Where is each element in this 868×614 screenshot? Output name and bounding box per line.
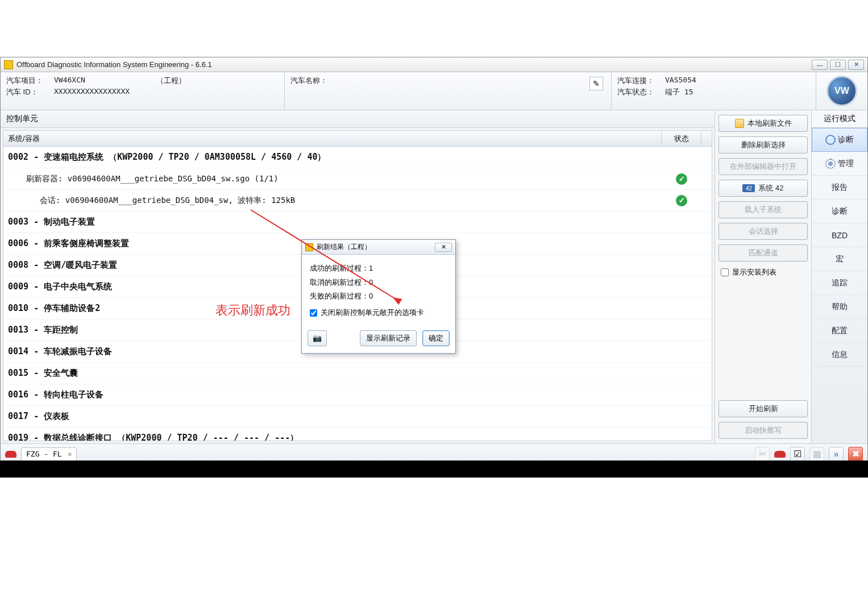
num42-icon: 42 <box>742 184 755 192</box>
titlebar: Offboard Diagnostic Information System E… <box>1 57 867 72</box>
mode-item-diagnosis[interactable]: 诊断 <box>812 128 867 152</box>
table-row[interactable]: 0019 - 数据总线诊断接口 （KWP2000 / TP20 / --- / … <box>3 428 712 441</box>
footer-car-icon <box>774 451 786 458</box>
col-system[interactable]: 系统/容器 <box>3 131 662 146</box>
tab-fzg[interactable]: FZG - FL✕ <box>21 447 77 461</box>
dialog-screenshot-button[interactable]: 📷 <box>308 330 327 346</box>
tab-close-icon[interactable]: ✕ <box>68 450 72 458</box>
mode-item-manage[interactable]: 管理 <box>812 152 867 176</box>
mode-item-help[interactable]: 帮助 <box>812 295 867 319</box>
row-text: 0019 - 数据总线诊断接口 （KWP2000 / TP20 / --- / … <box>3 433 662 441</box>
row-status <box>662 195 701 206</box>
match-channel-button[interactable]: 匹配通道 <box>719 244 808 262</box>
bottom-black-bar <box>0 460 868 478</box>
camera-icon: 📷 <box>313 334 322 342</box>
table-row[interactable]: 0017 - 仪表板 <box>3 406 712 428</box>
conn-label: 汽车连接： <box>617 76 665 86</box>
id-label: 汽车 ID： <box>6 87 54 97</box>
action-panel: 本地刷新文件 删除刷新选择 在外部编辑器中打开 42系统 42 载入子系统 会话… <box>715 110 812 443</box>
table-row[interactable]: 0015 - 安全气囊 <box>3 363 712 384</box>
row-text: 0015 - 安全气囊 <box>3 368 662 379</box>
stethoscope-icon <box>825 135 836 145</box>
project-label: 汽车项目： <box>6 76 54 86</box>
table-row[interactable]: 0002 - 变速箱电控系统 （KWP2000 / TP20 / 0AM3000… <box>3 147 712 168</box>
mode-item-trace[interactable]: 追踪 <box>812 271 867 295</box>
vw-logo-icon <box>827 76 857 106</box>
mode-item-bzd[interactable]: BZD <box>812 223 867 247</box>
id-value: XXXXXXXXXXXXXXXXX <box>54 87 130 97</box>
show-install-list-checkbox[interactable]: 显示安装列表 <box>719 266 808 279</box>
section-title: 控制单元 <box>1 110 715 128</box>
open-external-editor-button[interactable]: 在外部编辑器中打开 <box>719 158 808 175</box>
dialog-show-log-button[interactable]: 显示刷新记录 <box>360 330 417 346</box>
local-flash-file-button[interactable]: 本地刷新文件 <box>719 115 808 132</box>
minimize-button[interactable]: — <box>812 60 828 70</box>
info-header: 汽车项目：VW46XCN（工程） 汽车 ID：XXXXXXXXXXXXXXXXX… <box>1 72 867 110</box>
svg-line-0 <box>251 210 398 301</box>
edit-name-button[interactable]: ✎ <box>589 77 603 90</box>
maximize-button[interactable]: ☐ <box>830 60 846 70</box>
window-title: Offboard Diagnostic Information System E… <box>16 60 812 69</box>
close-button[interactable]: ✕ <box>848 60 864 70</box>
start-flash-button[interactable]: 开始刷新 <box>719 400 808 417</box>
state-label: 汽车状态： <box>617 87 665 97</box>
row-text: 0017 - 仪表板 <box>3 411 662 422</box>
row-text: 0016 - 转向柱电子设备 <box>3 389 662 400</box>
footer-expand-button[interactable]: » <box>829 447 844 462</box>
load-subsystem-button[interactable]: 载入子系统 <box>719 201 808 218</box>
mode-item-info[interactable]: 信息 <box>812 343 867 367</box>
mode-title: 运行模式 <box>812 110 867 128</box>
mode-sidebar: 运行模式 诊断 管理 报告 诊断 BZD 宏 追踪 帮助 配置 信息 <box>812 110 867 443</box>
annotation-arrow <box>217 198 410 312</box>
row-text: 0002 - 变速箱电控系统 （KWP2000 / TP20 / 0AM3000… <box>3 152 662 163</box>
footer-check-button[interactable]: ☑ <box>790 447 805 462</box>
gear-icon <box>825 159 836 169</box>
project-mode: （工程） <box>156 76 186 86</box>
col-status[interactable]: 状态 <box>662 131 701 146</box>
mode-item-config[interactable]: 配置 <box>812 319 867 343</box>
pencil-icon: ✎ <box>593 79 600 88</box>
project-value: VW46XCN <box>54 76 156 86</box>
footer-cancel-button[interactable]: ✖ <box>848 447 863 462</box>
folder-icon <box>735 119 744 128</box>
state-value: 端子 15 <box>665 87 693 97</box>
footer-grid-button[interactable]: ▦ <box>809 447 824 462</box>
session-select-button[interactable]: 会话选择 <box>719 223 808 240</box>
mode-item-macro[interactable]: 宏 <box>812 247 867 271</box>
mode-item-report[interactable]: 报告 <box>812 176 867 200</box>
car-icon <box>5 451 16 458</box>
mode-item-diag2[interactable]: 诊断 <box>812 200 867 223</box>
name-label: 汽车名称： <box>290 76 338 86</box>
conn-value: VAS5054 <box>665 76 696 86</box>
annotation-text: 表示刷新成功 <box>215 302 290 319</box>
delete-flash-selection-button[interactable]: 删除刷新选择 <box>719 136 808 154</box>
table-row[interactable]: 0016 - 转向柱电子设备 <box>3 384 712 406</box>
row-status <box>662 173 701 185</box>
show-install-list-input[interactable] <box>721 268 729 276</box>
dialog-ok-button[interactable]: 确定 <box>422 330 450 346</box>
start-quickwrite-button[interactable]: 启动快擦写 <box>719 422 808 439</box>
app-icon <box>4 60 13 69</box>
dialog-close-button[interactable]: ✕ <box>435 243 452 252</box>
check-ok-icon <box>676 195 687 206</box>
footer-scissors-button[interactable]: ✂ <box>755 447 770 462</box>
system-42-button[interactable]: 42系统 42 <box>719 180 808 197</box>
check-ok-icon <box>676 173 687 185</box>
row-text: 刷新容器: v06904600AM___getriebe_DSG_bD04_sw… <box>3 174 662 184</box>
table-row[interactable]: 刷新容器: v06904600AM___getriebe_DSG_bD04_sw… <box>3 168 712 190</box>
